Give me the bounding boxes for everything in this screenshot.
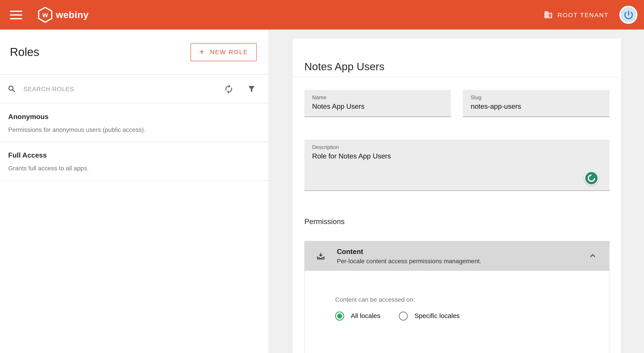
- description-field-label: Description: [312, 144, 602, 150]
- webiny-logo[interactable]: w webiny: [38, 6, 89, 23]
- topbar-right: ROOT TENANT: [544, 6, 638, 24]
- role-name: Full Access: [8, 151, 258, 160]
- slug-field-label: Slug: [471, 94, 602, 101]
- tenant-label: ROOT TENANT: [558, 11, 608, 18]
- filter-icon: [247, 84, 256, 93]
- accordion-body-content: Content can be accessed on: All locales …: [304, 271, 610, 353]
- building-icon: [544, 10, 553, 19]
- description-field[interactable]: Description Role for Notes App Users: [304, 140, 610, 191]
- card-body: Name Notes App Users Slug notes-app-user…: [292, 77, 622, 353]
- refresh-icon: [224, 84, 234, 94]
- new-role-button[interactable]: + NEW ROLE: [191, 43, 257, 61]
- hexagon-logo-icon: w: [38, 6, 53, 23]
- radio-unchecked-icon[interactable]: [399, 312, 408, 321]
- chevron-up-icon[interactable]: [588, 251, 597, 260]
- menu-icon[interactable]: [10, 10, 22, 19]
- name-slug-row: Name Notes App Users Slug notes-app-user…: [304, 90, 610, 117]
- plus-icon: +: [199, 47, 205, 56]
- topbar-left: w webiny: [10, 6, 89, 23]
- inbox-icon: [316, 251, 326, 261]
- roles-panel: Roles + NEW ROLE: [0, 29, 268, 353]
- role-name: Anonymous: [8, 113, 258, 121]
- help-chat-badge[interactable]: [584, 171, 598, 185]
- role-description: Grants full access to all apps.: [8, 165, 258, 172]
- slug-field-value: notes-app-users: [471, 103, 602, 111]
- radio-label-specific-locales: Specific locales: [414, 312, 460, 320]
- description-field-value: Role for Notes App Users: [312, 152, 602, 160]
- power-icon: [623, 9, 634, 20]
- name-field-value: Notes App Users: [312, 103, 443, 111]
- screen: w webiny ROOT TENANT Roles: [0, 0, 644, 353]
- slug-field[interactable]: Slug notes-app-users: [463, 90, 610, 117]
- accordion-header-content[interactable]: Content Per-locale content access permis…: [304, 241, 610, 271]
- search-input[interactable]: [23, 85, 224, 93]
- brand-wordmark: webiny: [56, 9, 89, 20]
- name-field-label: Name: [312, 94, 443, 101]
- chat-bubble-icon: [586, 173, 597, 183]
- role-description: Permissions for anonymous users (public …: [8, 126, 258, 133]
- content-permissions-accordion: Content Per-locale content access permis…: [304, 241, 610, 353]
- card-header: Notes App Users: [292, 38, 622, 77]
- role-detail-card: Notes App Users Name Notes App Users Slu…: [292, 38, 622, 353]
- role-list-item-full-access[interactable]: Full Access Grants full access to all ap…: [0, 142, 268, 180]
- logo-letter: w: [42, 11, 48, 19]
- top-app-bar: w webiny ROOT TENANT: [0, 0, 644, 29]
- content-access-label: Content can be accessed on:: [335, 296, 597, 303]
- permissions-heading: Permissions: [304, 218, 610, 226]
- tenant-selector[interactable]: ROOT TENANT: [544, 10, 609, 19]
- roles-panel-header: Roles + NEW ROLE: [0, 29, 268, 75]
- refresh-button[interactable]: [224, 84, 234, 94]
- new-role-button-label: NEW ROLE: [210, 48, 248, 55]
- role-list-item-anonymous[interactable]: Anonymous Permissions for anonymous user…: [0, 103, 268, 142]
- locale-radio-group: All locales Specific locales: [335, 312, 597, 321]
- role-detail-panel: Notes App Users Name Notes App Users Slu…: [268, 29, 644, 353]
- search-icon: [8, 84, 16, 93]
- filter-button[interactable]: [247, 84, 256, 93]
- accordion-titles: Content Per-locale content access permis…: [337, 248, 588, 264]
- radio-option-all-locales[interactable]: All locales: [335, 312, 380, 321]
- radio-label-all-locales: All locales: [351, 312, 380, 320]
- accordion-subtitle: Per-locale content access permissions ma…: [337, 257, 588, 264]
- role-title: Notes App Users: [304, 60, 610, 73]
- search-bar: [0, 75, 268, 103]
- avatar[interactable]: [619, 6, 638, 24]
- page-title: Roles: [10, 45, 40, 58]
- main-content: Roles + NEW ROLE: [0, 29, 644, 353]
- radio-option-specific-locales[interactable]: Specific locales: [399, 312, 460, 321]
- accordion-title: Content: [337, 248, 588, 256]
- radio-checked-icon[interactable]: [335, 312, 344, 321]
- name-field[interactable]: Name Notes App Users: [304, 90, 451, 117]
